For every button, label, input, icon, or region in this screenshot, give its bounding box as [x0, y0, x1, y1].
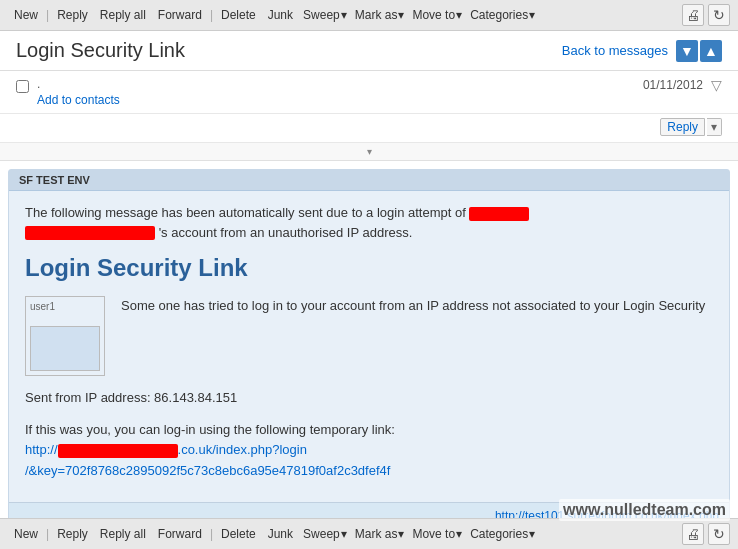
filter-icon[interactable]: ▽: [711, 77, 722, 93]
email-date: 01/11/2012: [643, 78, 703, 92]
reply-button-inline[interactable]: Reply: [660, 118, 705, 136]
env-label: SF TEST ENV: [9, 170, 729, 191]
page-title: Login Security Link: [16, 39, 185, 62]
reply-button[interactable]: Reply: [51, 6, 94, 24]
reply-all-button[interactable]: Reply all: [94, 6, 152, 24]
email-body-title: Login Security Link: [25, 254, 713, 282]
sep1: |: [44, 8, 51, 22]
back-to-messages-link[interactable]: Back to messages: [562, 43, 668, 58]
temp-link-hash: /&key=702f8768c2895092f5c73c8ebc6a95e478…: [25, 463, 390, 478]
bottom-junk-button[interactable]: Junk: [262, 525, 299, 543]
forward-button[interactable]: Forward: [152, 6, 208, 24]
bottom-reply-all-button[interactable]: Reply all: [94, 525, 152, 543]
temp-link-section: If this was you, you can log-in using th…: [25, 420, 713, 482]
bottom-print-button[interactable]: 🖨: [682, 523, 704, 545]
main-content: Login Security Link Back to messages ▼ ▲…: [0, 31, 738, 524]
move-to-dropdown[interactable]: Move to ▾: [408, 6, 466, 24]
bottom-delete-button[interactable]: Delete: [215, 525, 262, 543]
bottom-new-button[interactable]: New: [8, 525, 44, 543]
new-button[interactable]: New: [8, 6, 44, 24]
redacted-email: [25, 226, 155, 240]
delete-button[interactable]: Delete: [215, 6, 262, 24]
message-body: SF TEST ENV The following message has be…: [8, 169, 730, 524]
mark-as-dropdown[interactable]: Mark as ▾: [351, 6, 409, 24]
redacted-name: [469, 207, 529, 221]
temp-link-intro: If this was you, you can log-in using th…: [25, 420, 713, 441]
bottom-categories-dropdown[interactable]: Categories ▾: [466, 525, 539, 543]
watermark: www.nulledteam.com: [559, 499, 730, 521]
reply-area: Reply ▾: [660, 118, 722, 136]
bottom-forward-button[interactable]: Forward: [152, 525, 208, 543]
email-meta-right: 01/11/2012 ▽: [643, 77, 722, 93]
intro-text-before: The following message has been automatic…: [25, 205, 466, 220]
junk-button[interactable]: Junk: [262, 6, 299, 24]
avatar: user1: [25, 296, 105, 376]
email-select-checkbox[interactable]: [16, 80, 29, 93]
collapse-arrow-icon[interactable]: ▾: [367, 146, 372, 157]
header-actions: Back to messages ▼ ▲: [562, 40, 722, 62]
email-meta: . Add to contacts 01/11/2012 ▽: [0, 71, 738, 114]
email-meta-left: . Add to contacts: [16, 77, 120, 107]
nav-arrows: ▼ ▲: [676, 40, 722, 62]
bottom-sweep-dropdown[interactable]: Sweep ▾: [299, 525, 351, 543]
toolbar-icons: 🖨 ↻: [682, 4, 730, 26]
reply-row: Reply ▾: [0, 114, 738, 143]
temp-link-redacted: [58, 444, 178, 458]
temp-link[interactable]: http://.co.uk/index.php?login/&key=702f8…: [25, 442, 390, 478]
message-body-content: The following message has been automatic…: [9, 191, 729, 502]
bottom-sep1: |: [44, 527, 51, 541]
avatar-label: user1: [30, 301, 55, 312]
nav-down-arrow[interactable]: ▼: [676, 40, 698, 62]
add-to-contacts-link[interactable]: Add to contacts: [37, 93, 120, 107]
inner-message-text: Some one has tried to log in to your acc…: [121, 296, 713, 376]
intro-text-after: 's account from an unauthorised IP addre…: [159, 225, 413, 240]
temp-link-part2: .co.uk/index.php?login: [178, 442, 307, 457]
sweep-dropdown[interactable]: Sweep ▾: [299, 6, 351, 24]
message-header: Login Security Link Back to messages ▼ ▲: [0, 31, 738, 71]
bottom-move-to-dropdown[interactable]: Move to ▾: [408, 525, 466, 543]
bottom-refresh-button[interactable]: ↻: [708, 523, 730, 545]
bottom-toolbar: New | Reply Reply all Forward | Delete J…: [0, 518, 738, 549]
bottom-reply-button[interactable]: Reply: [51, 525, 94, 543]
intro-paragraph: The following message has been automatic…: [25, 203, 713, 242]
collapse-bar: ▾: [0, 143, 738, 161]
temp-link-part1: http://: [25, 442, 58, 457]
message-inner: user1 Some one has tried to log in to yo…: [25, 296, 713, 376]
avatar-image: [30, 326, 100, 371]
ip-info: Sent from IP address: 86.143.84.151: [25, 388, 713, 408]
bottom-sep2: |: [208, 527, 215, 541]
bottom-mark-as-dropdown[interactable]: Mark as ▾: [351, 525, 409, 543]
nav-up-arrow[interactable]: ▲: [700, 40, 722, 62]
email-from-name: .: [37, 77, 120, 91]
refresh-button[interactable]: ↻: [708, 4, 730, 26]
email-from: . Add to contacts: [37, 77, 120, 107]
reply-dropdown-button[interactable]: ▾: [707, 118, 722, 136]
bottom-toolbar-icons: 🖨 ↻: [682, 523, 730, 545]
sep2: |: [208, 8, 215, 22]
top-toolbar: New | Reply Reply all Forward | Delete J…: [0, 0, 738, 31]
print-button[interactable]: 🖨: [682, 4, 704, 26]
categories-dropdown[interactable]: Categories ▾: [466, 6, 539, 24]
